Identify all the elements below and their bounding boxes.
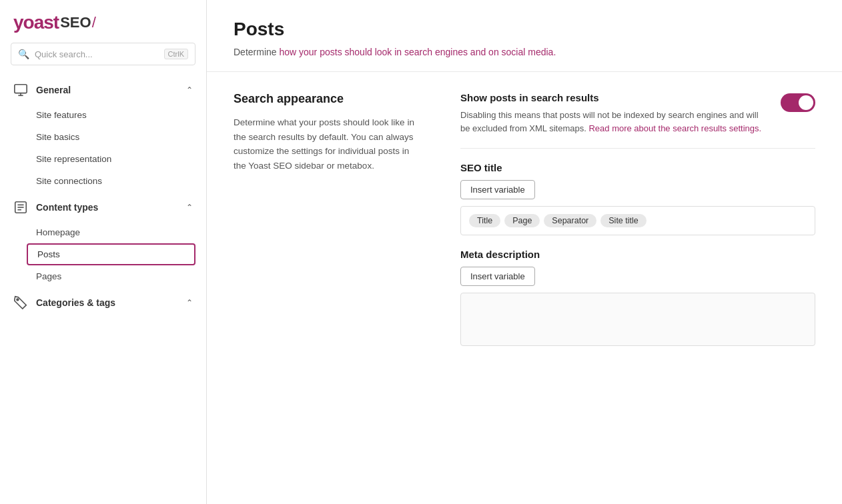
meta-desc-insert-variable-button[interactable]: Insert variable bbox=[460, 267, 535, 286]
logo-yoast: yoast bbox=[13, 12, 59, 33]
logo-slash: / bbox=[92, 14, 96, 31]
search-appearance-title: Search appearance bbox=[234, 92, 420, 106]
general-nav-items: Site features Site basics Site represent… bbox=[0, 104, 206, 192]
tag-title: Title bbox=[469, 214, 500, 227]
general-section-label: General bbox=[36, 85, 186, 95]
meta-description-area[interactable] bbox=[460, 293, 815, 346]
content-body: Search appearance Determine what your po… bbox=[207, 72, 842, 366]
page-header: Posts Determine how your posts should lo… bbox=[207, 0, 842, 72]
tags-icon bbox=[13, 295, 28, 310]
chevron-up-icon: ⌃ bbox=[186, 85, 193, 95]
sidebar-item-site-features[interactable]: Site features bbox=[36, 104, 206, 126]
sidebar-item-posts[interactable]: Posts bbox=[27, 243, 195, 265]
toggle-check-icon: ✓ bbox=[804, 97, 811, 107]
subtitle-before: Determine bbox=[234, 47, 279, 57]
svg-point-7 bbox=[17, 299, 19, 301]
search-appearance-description: Determine what your posts should look li… bbox=[234, 115, 420, 173]
two-col-layout: Search appearance Determine what your po… bbox=[234, 92, 815, 346]
tag-page: Page bbox=[504, 214, 540, 227]
svg-rect-0 bbox=[15, 85, 27, 93]
monitor-icon bbox=[13, 83, 28, 97]
toggle-info: Show posts in search results Disabling t… bbox=[460, 92, 767, 135]
meta-desc-label: Meta description bbox=[460, 249, 815, 260]
subtitle-link[interactable]: how your posts should look in search eng… bbox=[279, 47, 556, 57]
tag-site-title: Site title bbox=[600, 214, 646, 227]
sidebar-item-pages[interactable]: Pages bbox=[36, 265, 206, 287]
show-in-search-desc: Disabling this means that posts will not… bbox=[460, 109, 767, 135]
search-icon: 🔍 bbox=[18, 49, 29, 59]
nav-section-general-header[interactable]: General ⌃ bbox=[0, 76, 206, 104]
sidebar-item-homepage[interactable]: Homepage bbox=[36, 221, 206, 243]
logo: yoast SEO / bbox=[0, 0, 206, 43]
logo-seo: SEO bbox=[60, 14, 91, 31]
content-icon bbox=[13, 200, 28, 215]
search-bar[interactable]: 🔍 Quick search... CtrlK bbox=[11, 43, 195, 65]
search-placeholder: Quick search... bbox=[35, 49, 164, 59]
content-types-section-label: Content types bbox=[36, 202, 186, 213]
nav-section-content-types: Content types ⌃ Homepage Posts Pages bbox=[0, 193, 206, 287]
sidebar-item-site-basics[interactable]: Site basics bbox=[36, 126, 206, 148]
nav-section-categories-tags: Categories & tags ⌃ bbox=[0, 289, 206, 317]
right-column: Show posts in search results Disabling t… bbox=[460, 92, 815, 346]
content-types-nav-items: Homepage Posts Pages bbox=[0, 221, 206, 287]
nav-section-content-types-header[interactable]: Content types ⌃ bbox=[0, 193, 206, 221]
page-subtitle: Determine how your posts should look in … bbox=[234, 45, 815, 59]
show-in-search-label: Show posts in search results bbox=[460, 92, 767, 103]
seo-title-insert-variable-button[interactable]: Insert variable bbox=[460, 180, 535, 199]
sidebar: yoast SEO / 🔍 Quick search... CtrlK Gene… bbox=[0, 0, 207, 504]
chevron-up-icon-3: ⌃ bbox=[186, 298, 193, 307]
tag-separator: Separator bbox=[544, 214, 596, 227]
nav-section-categories-tags-header[interactable]: Categories & tags ⌃ bbox=[0, 289, 206, 317]
sidebar-item-site-connections[interactable]: Site connections bbox=[36, 170, 206, 192]
sidebar-item-site-representation[interactable]: Site representation bbox=[36, 148, 206, 170]
nav-section-general: General ⌃ Site features Site basics Site… bbox=[0, 76, 206, 192]
show-in-search-toggle[interactable]: ✓ bbox=[781, 93, 815, 112]
show-in-search-row: Show posts in search results Disabling t… bbox=[460, 92, 815, 135]
main-content: Posts Determine how your posts should lo… bbox=[207, 0, 842, 504]
page-title: Posts bbox=[234, 19, 815, 40]
categories-tags-section-label: Categories & tags bbox=[36, 297, 186, 308]
search-shortcut: CtrlK bbox=[164, 49, 188, 59]
seo-title-tags-input[interactable]: Title Page Separator Site title bbox=[460, 206, 815, 235]
divider-1 bbox=[460, 148, 815, 149]
left-column: Search appearance Determine what your po… bbox=[234, 92, 420, 346]
chevron-up-icon-2: ⌃ bbox=[186, 203, 193, 212]
read-more-link[interactable]: Read more about the search results setti… bbox=[588, 123, 761, 133]
seo-title-label: SEO title bbox=[460, 162, 815, 173]
